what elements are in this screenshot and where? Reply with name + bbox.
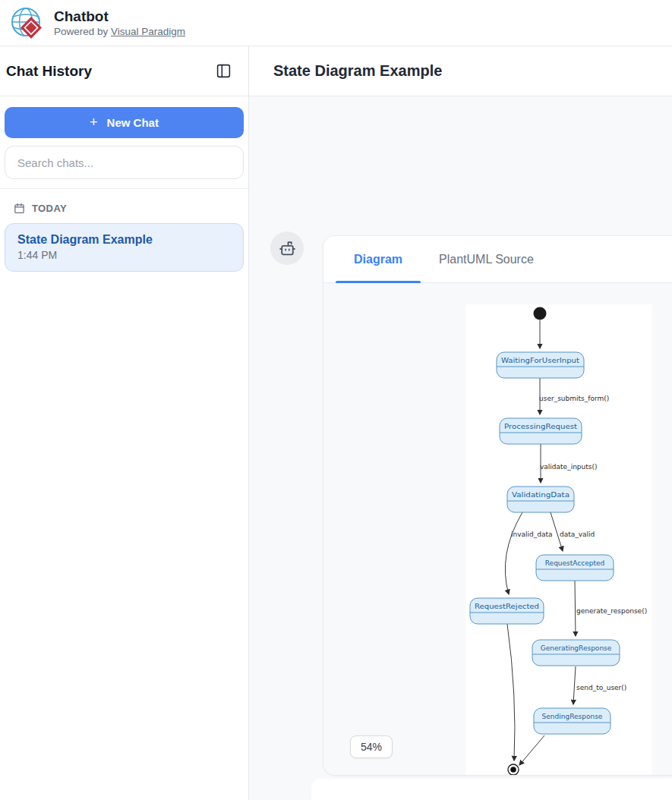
transition-edge xyxy=(575,581,576,636)
chat-item-time: 1:44 PM xyxy=(17,249,231,261)
bot-avatar xyxy=(270,231,304,265)
powered-by-text: Powered by xyxy=(54,26,111,37)
sidebar-title: Chat History xyxy=(6,63,92,80)
transition-label: invalid_data xyxy=(511,531,553,538)
state-label: RequestRejected xyxy=(475,603,539,610)
state-label: SendingResponse xyxy=(542,713,603,720)
app-header: Chatbot Powered by Visual Paradigm xyxy=(0,0,672,46)
messages-area: Diagram PlantUML Source user_su xyxy=(249,96,672,800)
bottom-panel xyxy=(311,779,672,800)
plus-icon: + xyxy=(90,115,98,131)
state-diagram-svg: user_submits_form()validate_inputs()inva… xyxy=(465,304,652,776)
today-label: TODAY xyxy=(32,203,67,214)
state-label: GeneratingResponse xyxy=(541,644,612,652)
sidebar-header: Chat History xyxy=(0,46,248,96)
visual-paradigm-link[interactable]: Visual Paradigm xyxy=(111,26,185,37)
state-label: ValidatingData xyxy=(512,491,569,499)
initial-state-node xyxy=(534,307,547,320)
transition-edge xyxy=(573,666,576,704)
search-chats-input[interactable] xyxy=(5,146,244,179)
conversation-title: State Diagram Example xyxy=(273,62,442,80)
app-title: Chatbot xyxy=(54,8,185,26)
state-diagram-viewer[interactable]: user_submits_form()validate_inputs()inva… xyxy=(465,304,652,776)
bot-message-card: Diagram PlantUML Source user_su xyxy=(323,235,672,776)
robot-icon xyxy=(278,239,297,258)
sidebar-actions: + New Chat xyxy=(0,96,248,189)
collapse-sidebar-button[interactable] xyxy=(214,61,233,80)
conversation-header: State Diagram Example xyxy=(249,46,672,96)
state-label: WaitingForUserInput xyxy=(501,357,580,364)
app-subtitle: Powered by Visual Paradigm xyxy=(54,26,185,37)
app-window: Chatbot Powered by Visual Paradigm Chat … xyxy=(0,0,672,800)
tab-diagram[interactable]: Diagram xyxy=(336,236,421,282)
transition-edge xyxy=(519,735,544,765)
diagram-tabbar: Diagram PlantUML Source xyxy=(323,236,672,283)
visual-paradigm-logo-icon xyxy=(11,6,44,39)
final-state-dot xyxy=(510,767,516,773)
new-chat-label: New Chat xyxy=(107,116,159,129)
zoom-level-badge: 54% xyxy=(350,735,393,758)
chat-item-title: State Diagram Example xyxy=(17,233,231,247)
calendar-icon xyxy=(14,203,25,214)
transition-label: generate_response() xyxy=(576,607,647,615)
panel-left-icon xyxy=(216,63,232,79)
transition-edge xyxy=(507,624,515,761)
tab-plantuml-source[interactable]: PlantUML Source xyxy=(421,236,552,282)
diagram-tab-content: user_submits_form()validate_inputs()inva… xyxy=(323,283,672,775)
brand-text: Chatbot Powered by Visual Paradigm xyxy=(54,8,185,37)
today-section-header: TODAY xyxy=(0,189,248,223)
transition-label: data_valid xyxy=(560,531,595,538)
new-chat-button[interactable]: + New Chat xyxy=(5,107,244,138)
chat-list-item[interactable]: State Diagram Example 1:44 PM xyxy=(5,223,244,272)
transition-edge xyxy=(505,512,522,594)
transition-label: validate_inputs() xyxy=(540,463,598,471)
state-label: ProcessingRequest xyxy=(504,423,578,430)
transition-label: send_to_user() xyxy=(576,684,626,691)
chat-history-sidebar: Chat History + New Chat xyxy=(0,46,249,800)
transition-label: user_submits_form() xyxy=(539,395,609,402)
chat-main-panel: State Diagram Example Diagram xyxy=(249,46,672,800)
state-label: RequestAccepted xyxy=(545,559,604,567)
